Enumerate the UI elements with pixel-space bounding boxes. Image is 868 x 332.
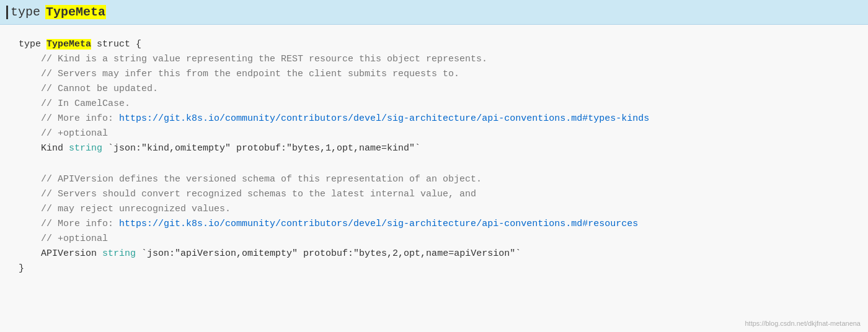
cursor bbox=[6, 6, 8, 19]
field-kind-tag: `json:"kind,omitempty" protobuf:"bytes,1… bbox=[102, 143, 420, 154]
struct-decl: struct { bbox=[91, 39, 141, 50]
comment-kind-optional: // +optional bbox=[19, 126, 849, 141]
field-api-tag: `json:"apiVersion,omitempty" protobuf:"b… bbox=[136, 248, 521, 259]
code-closing: } bbox=[19, 261, 849, 276]
code-api-field: APIVersion string `json:"apiVersion,omit… bbox=[19, 247, 849, 261]
comment-api-link-line: // More info: https://git.k8s.io/communi… bbox=[19, 217, 849, 232]
field-kind-type: string bbox=[69, 143, 102, 154]
link-resources[interactable]: https://git.k8s.io/community/contributor… bbox=[119, 219, 638, 229]
comment-moreinfo-kind: // More info: bbox=[19, 113, 119, 124]
search-type-label: type bbox=[11, 5, 40, 19]
link-types-kinds[interactable]: https://git.k8s.io/community/contributor… bbox=[119, 113, 649, 124]
comment-kind-3: // Cannot be updated. bbox=[19, 82, 849, 97]
field-api-label: APIVersion bbox=[19, 248, 102, 259]
comment-api-3: // may reject unrecognized values. bbox=[19, 202, 849, 217]
field-kind-label: Kind bbox=[19, 143, 69, 154]
search-highlight-text: TypeMeta bbox=[45, 5, 106, 19]
search-bar: type TypeMeta bbox=[0, 0, 868, 25]
watermark: https://blog.csdn.net/dkjfnat-metanena bbox=[745, 320, 861, 327]
comment-kind-1: // Kind is a string value representing t… bbox=[19, 52, 849, 67]
code-container: type TypeMeta struct { // Kind is a stri… bbox=[0, 25, 868, 332]
typename-highlight: TypeMeta bbox=[46, 39, 91, 50]
comment-api-2: // Servers should convert recognized sch… bbox=[19, 187, 849, 202]
comment-moreinfo-api: // More info: bbox=[19, 219, 119, 229]
comment-kind-2: // Servers may infer this from the endpo… bbox=[19, 67, 849, 82]
comment-api-optional: // +optional bbox=[19, 232, 849, 247]
empty-line-1 bbox=[19, 156, 849, 172]
code-line-1: type TypeMeta struct { bbox=[19, 37, 849, 52]
field-api-type: string bbox=[102, 248, 136, 259]
code-kind-field: Kind string `json:"kind,omitempty" proto… bbox=[19, 141, 849, 156]
comment-kind-4: // In CamelCase. bbox=[19, 97, 849, 111]
keyword-type: type bbox=[19, 39, 46, 50]
comment-kind-link-line: // More info: https://git.k8s.io/communi… bbox=[19, 111, 849, 126]
comment-api-1: // APIVersion defines the versioned sche… bbox=[19, 172, 849, 187]
